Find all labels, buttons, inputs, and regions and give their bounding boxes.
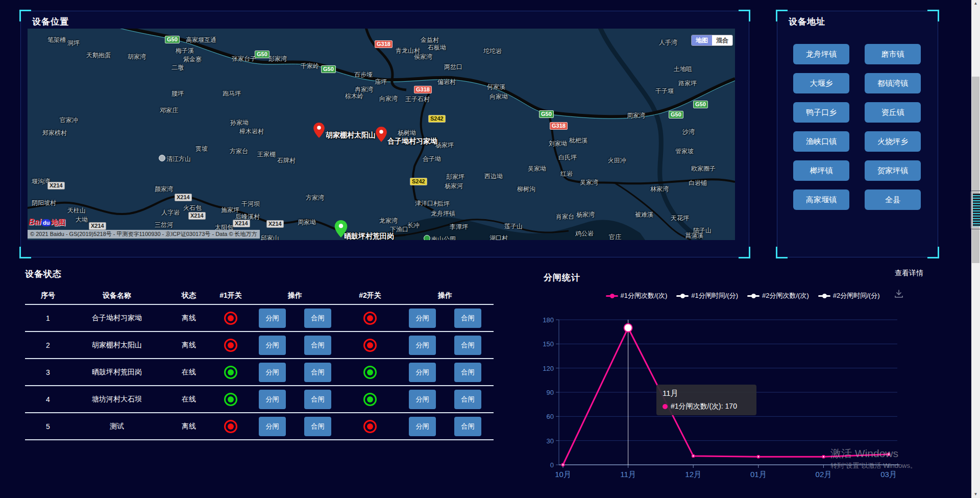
table-header-cell: 序号 [25, 291, 71, 300]
map-label: 高家堰互通 [186, 36, 216, 44]
address-button[interactable]: 榔坪镇 [793, 160, 849, 181]
address-button[interactable]: 资丘镇 [865, 102, 921, 123]
map-label: 杨家河 [445, 182, 463, 191]
page-scrollbar[interactable]: ▲ ▼ [971, 0, 980, 498]
map-label: 人字岩 [161, 208, 180, 217]
map-label: 王家棚 [257, 150, 276, 159]
open-switch-button[interactable]: 分闸 [259, 363, 286, 382]
map-label: 棕木岭 [345, 92, 363, 101]
map-pin-icon[interactable] [313, 123, 325, 140]
table-row: 2胡家棚村太阳山离线分闸合闸分闸合闸 [25, 332, 494, 359]
address-button[interactable]: 全县 [865, 189, 921, 210]
cell-switch2 [344, 420, 397, 433]
status-indicator-green [224, 366, 237, 379]
section-title-device-status: 设备状态 [25, 268, 500, 280]
address-button[interactable]: 都镇湾镇 [865, 73, 921, 93]
cell-operations: 分闸合闸 [397, 363, 494, 382]
address-button[interactable]: 高家堰镇 [793, 189, 849, 210]
open-switch-button[interactable]: 分闸 [259, 309, 286, 328]
map-label: 官庄 [609, 233, 621, 240]
close-switch-button[interactable]: 合闸 [304, 417, 331, 436]
close-switch-button[interactable]: 合闸 [454, 336, 481, 355]
table-header-cell: 操作 [397, 291, 494, 300]
close-switch-button[interactable]: 合闸 [454, 390, 481, 409]
close-switch-button[interactable]: 合闸 [454, 417, 481, 436]
map-label: 天花坪 [671, 214, 689, 223]
open-switch-button[interactable]: 分闸 [409, 363, 436, 382]
map-pin-label: 合子坳村习家坳 [387, 137, 437, 146]
baidu-logo-bai: Bai [29, 218, 41, 226]
cell-operations: 分闸合闸 [247, 417, 344, 436]
scrollbar-down-arrow[interactable]: ▼ [971, 491, 980, 498]
svg-text:150: 150 [543, 340, 554, 348]
scrollbar-thumb[interactable] [972, 77, 979, 263]
address-button[interactable]: 大堰乡 [793, 73, 849, 93]
tooltip-value-text: #1分闸次数/(次): 170 [671, 402, 737, 411]
map-label: 梅子溪 [176, 46, 194, 55]
close-switch-button[interactable]: 合闸 [454, 363, 481, 382]
open-switch-button[interactable]: 分闸 [409, 390, 436, 409]
map-type-map-button[interactable]: 地图 [692, 35, 712, 45]
windows-watermark-line1: 激活 Windows [830, 446, 898, 461]
baidu-logo: Baidu地图 [29, 218, 65, 227]
close-switch-button[interactable]: 合闸 [454, 309, 481, 328]
scrollbar-up-arrow[interactable]: ▲ [971, 0, 980, 7]
road-shield: X214 [233, 220, 250, 227]
map-label: 官家冲 [60, 116, 78, 125]
status-indicator-green [363, 393, 377, 406]
close-switch-button[interactable]: 合闸 [304, 336, 331, 355]
map-label: 土地咀 [674, 65, 692, 74]
open-switch-button[interactable]: 分闸 [259, 336, 286, 355]
road-shield: G50 [539, 110, 554, 118]
table-header-cell: 状态 [163, 291, 215, 300]
address-button[interactable]: 贺家坪镇 [865, 160, 921, 181]
road-shield: X214 [89, 222, 106, 230]
map-label: 石板坳 [428, 43, 446, 52]
tooltip-title: 11月 [663, 389, 750, 398]
map-label: 郑家榜村 [42, 129, 67, 137]
map-label: 杨树坳 [398, 129, 416, 137]
map-label: 腰坪 [172, 89, 184, 98]
corner-decoration [927, 247, 939, 258]
close-switch-button[interactable]: 合闸 [304, 363, 331, 382]
device-address-panel: 设备地址 龙舟坪镇磨市镇大堰乡都镇湾镇鸭子口乡资丘镇渔峡口镇火烧坪乡榔坪镇贺家坪… [777, 11, 938, 257]
address-button[interactable]: 鸭子口乡 [793, 102, 849, 123]
map-type-hybrid-button[interactable]: 混合 [712, 35, 732, 45]
scrollbar-marker-widget [970, 191, 980, 229]
map-label: 庙坪 [375, 78, 387, 86]
corner-decoration [19, 247, 31, 258]
status-indicator-red [363, 420, 377, 433]
table-header-cell: 设备名称 [71, 291, 163, 300]
map-label: 向家坳 [489, 92, 508, 101]
open-switch-button[interactable]: 分闸 [259, 390, 286, 409]
dashboard: 设备位置 笔架槽洞坪天鹅抱蛋胡家湾高家堰互通梅子溪紫金寨二 [0, 0, 980, 498]
road-shield: S242 [410, 178, 427, 185]
map-pin-icon[interactable] [376, 127, 387, 144]
open-switch-button[interactable]: 分闸 [409, 417, 436, 436]
map-label: 邓家庄 [160, 106, 178, 115]
cell-status: 在线 [163, 368, 215, 377]
open-switch-button[interactable]: 分闸 [259, 417, 286, 436]
cell-switch2 [344, 339, 397, 352]
address-button[interactable]: 渔峡口镇 [793, 131, 849, 152]
close-switch-button[interactable]: 合闸 [304, 309, 331, 328]
close-switch-button[interactable]: 合闸 [304, 390, 331, 409]
road-shield: X214 [266, 220, 284, 228]
open-switch-button[interactable]: 分闸 [409, 336, 436, 355]
map-label: 清江方山 [159, 155, 191, 163]
cell-operations: 分闸合闸 [247, 336, 344, 355]
map-label: 方家湾 [306, 194, 324, 202]
map-label: 颜家湾 [155, 185, 173, 194]
corner-decoration [776, 10, 788, 21]
open-switch-button[interactable]: 分闸 [409, 309, 436, 328]
address-button[interactable]: 火烧坪乡 [865, 131, 921, 152]
map-label: 千家岭 [301, 62, 319, 70]
map-label: 侯家湾 [414, 53, 432, 61]
status-indicator-red [363, 312, 377, 325]
table-header-cell: #2开关 [344, 291, 397, 300]
address-button[interactable]: 龙舟坪镇 [793, 44, 849, 64]
address-button[interactable]: 磨市镇 [865, 44, 921, 64]
baidu-map[interactable]: 笔架槽洞坪天鹅抱蛋胡家湾高家堰互通梅子溪紫金寨二墩张家台子彭家湾千家岭百步垭庙坪… [28, 29, 735, 240]
cell-switch1 [215, 339, 247, 352]
cell-switch1 [215, 393, 247, 406]
